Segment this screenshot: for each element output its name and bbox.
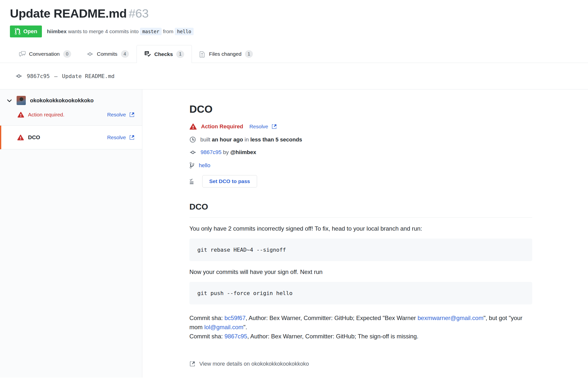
link-external-icon [271, 124, 277, 130]
paragraph-fix-instructions: You only have 2 commits incorrectly sign… [189, 225, 532, 232]
pr-title-text: Update README.md [10, 7, 127, 20]
tab-label: Commits [97, 51, 118, 57]
link-external-icon [129, 135, 135, 140]
sha-link[interactable]: 9867c95 [224, 333, 247, 340]
tab-checks[interactable]: Checks 1 [137, 45, 192, 63]
comment-discussion-icon [19, 51, 26, 57]
git-branch-icon [189, 162, 195, 169]
commit-line: 9867c95 by @hiimbex [201, 149, 256, 156]
head-branch-chip[interactable]: hello [175, 28, 193, 35]
status-row: Action Required Resolve [189, 123, 532, 130]
diff-icon [200, 51, 206, 57]
tab-label: Files changed [209, 51, 241, 57]
git-commit-icon [189, 149, 196, 156]
link-external-icon [189, 361, 195, 367]
commit-row: 9867c95 by @hiimbex [189, 149, 532, 156]
commit-message: Update README.md [62, 73, 115, 79]
sha-link[interactable]: bc59f67 [224, 315, 245, 321]
commit-sha[interactable]: 9867c95 [27, 73, 50, 79]
code-block-push: git push --force origin hello [189, 282, 532, 304]
email-link[interactable]: bexmwarner@gmail.com [417, 315, 483, 321]
commit-bar: 9867c95 — Update README.md [0, 63, 588, 89]
check-run-detail: DCO Action Required Resolve built an hou… [142, 89, 588, 378]
tab-conversation[interactable]: Conversation 0 [11, 45, 79, 63]
git-commit-icon [15, 73, 22, 79]
view-more-details-label: View more details on okokokokkokookokkok… [199, 361, 309, 367]
chevron-down-icon[interactable] [6, 98, 12, 104]
build-time-row: built an hour ago in less than 5 seconds [189, 136, 532, 143]
resolve-label: Resolve [249, 124, 268, 130]
byline-text-from: from [162, 28, 175, 34]
sha-detail-line-2: Commit sha: 9867c95, Author: Bex Warner,… [189, 332, 532, 341]
build-time-text: built an hour ago in less than 5 seconds [200, 136, 302, 143]
commit-author: @hiimbex [230, 149, 256, 155]
resolve-label: Resolve [107, 135, 126, 140]
content: okokokokkokookokkoko Action required. Re… [0, 89, 588, 378]
tab-label: Conversation [29, 51, 60, 57]
check-run-title: DCO [189, 103, 532, 115]
page-title: Update README.md#63 [10, 6, 578, 20]
pr-header: Update README.md#63 Open hiimbex wants t… [0, 0, 588, 38]
tasklist-icon [189, 178, 196, 185]
suite-status-row: Action required. Resolve [6, 111, 135, 118]
tab-count: 1 [245, 50, 253, 58]
sha-detail-line-1: Commit sha: bc59f67, Author: Bex Warner,… [189, 313, 532, 332]
tab-count: 4 [121, 50, 129, 58]
commit-sha-details: Commit sha: bc59f67, Author: Bex Warner,… [189, 313, 532, 341]
action-row: Set DCO to pass [189, 175, 532, 188]
pr-meta-row: Open hiimbex wants to merge 4 commits in… [10, 25, 578, 38]
section-heading: DCO [189, 202, 532, 218]
checklist-icon [144, 51, 151, 57]
status-label: Action Required [201, 123, 243, 130]
checks-sidebar: okokokokkokookokkoko Action required. Re… [0, 89, 142, 378]
paragraph-next-run: Now your commits will have your sign off… [189, 269, 532, 275]
set-dco-pass-button[interactable]: Set DCO to pass [202, 175, 257, 188]
tab-count: 1 [176, 51, 184, 58]
warning-icon [189, 123, 197, 130]
commit-separator: — [54, 73, 58, 79]
base-branch-chip[interactable]: master [140, 28, 162, 35]
resolve-link[interactable]: Resolve [249, 124, 277, 130]
clock-icon [189, 136, 196, 143]
pr-number: #63 [129, 7, 148, 20]
sidebar-item-dco[interactable]: DCO Resolve [0, 126, 142, 149]
tab-label: Checks [154, 51, 173, 57]
branch-link[interactable]: hello [199, 162, 210, 169]
branch-row: hello [189, 162, 532, 169]
byline-text: wants to merge 4 commits into [67, 28, 140, 34]
tab-files-changed[interactable]: Files changed 1 [192, 45, 261, 63]
state-label: Open [23, 28, 37, 35]
git-commit-icon [87, 51, 93, 57]
tab-count: 0 [63, 50, 71, 58]
pr-tabs: Conversation 0 Commits 4 Checks 1 Files … [0, 45, 588, 63]
status-badge: Open [10, 26, 42, 37]
check-suite-name: okokokokkokookokkoko [30, 97, 94, 104]
resolve-label: Resolve [107, 112, 126, 118]
link-external-icon [129, 112, 135, 118]
git-pull-request-icon [15, 28, 21, 35]
warning-icon [17, 111, 24, 118]
check-suite-header[interactable]: okokokokkokookokkoko [6, 96, 135, 105]
view-more-details-link[interactable]: View more details on okokokokkokookokkok… [189, 361, 532, 367]
resolve-link[interactable]: Resolve [107, 112, 135, 118]
resolve-link[interactable]: Resolve [107, 135, 135, 140]
commit-sha-link[interactable]: 9867c95 [201, 149, 221, 155]
check-suite: okokokokkokookokkoko Action required. Re… [0, 89, 142, 126]
tab-commits[interactable]: Commits 4 [79, 45, 137, 63]
check-item-label: DCO [28, 134, 40, 141]
avatar [17, 96, 26, 105]
pr-byline: hiimbex wants to merge 4 commits into ma… [47, 28, 193, 34]
warning-icon [17, 134, 24, 141]
email-link[interactable]: lol@gmail.com [204, 324, 243, 330]
suite-status-text: Action required. [28, 112, 64, 118]
code-block-rebase: git rebase HEAD~4 --signoff [189, 239, 532, 261]
pr-author[interactable]: hiimbex [47, 28, 66, 34]
